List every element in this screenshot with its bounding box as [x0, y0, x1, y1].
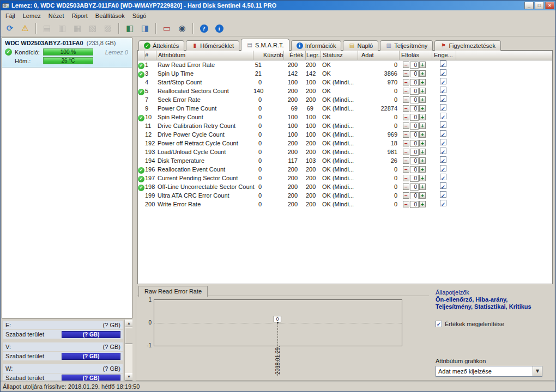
enabled-checkbox[interactable]: ✓: [440, 130, 446, 137]
chevron-down-icon[interactable]: ▼: [533, 366, 542, 376]
header-status[interactable]: Státusz: [321, 51, 358, 60]
menu-nezet[interactable]: Nézet: [45, 11, 68, 20]
offset-decrease-button[interactable]: −: [403, 183, 409, 190]
offset-increase-button[interactable]: +: [419, 114, 426, 120]
enabled-checkbox[interactable]: ✓: [440, 121, 446, 128]
offset-increase-button[interactable]: +: [419, 96, 426, 103]
tab-temperature[interactable]: ▮Hőmérséklet: [186, 40, 239, 51]
table-row[interactable]: ✓ 3 Spin Up Time 21 142 142 OK 3866 − 0 …: [138, 69, 552, 78]
table-row[interactable]: ✓ 10 Spin Retry Count 0 100 100 OK 0 − 0…: [138, 113, 552, 121]
help-icon[interactable]: ?: [197, 22, 211, 35]
header-enabled[interactable]: Enge...: [432, 51, 456, 60]
enabled-checkbox[interactable]: ✓: [440, 69, 446, 76]
offset-increase-button[interactable]: +: [419, 149, 426, 155]
offset-increase-button[interactable]: +: [419, 166, 426, 173]
enabled-checkbox[interactable]: ✓: [440, 174, 446, 180]
table-row[interactable]: ✓ 11 Drive Calibration Retry Count 0 100…: [138, 121, 552, 130]
menu-fajl[interactable]: Fájl: [2, 11, 19, 20]
menu-lemez[interactable]: Lemez: [19, 11, 45, 20]
table-row[interactable]: ✓ 199 Ultra ATA CRC Error Count 0 200 20…: [138, 191, 552, 200]
performance-monitor-icon[interactable]: ▭: [160, 22, 174, 35]
table-row[interactable]: ✓ 5 Reallocated Sectors Count 140 200 20…: [138, 87, 552, 95]
scrollbar-thumb[interactable]: [125, 328, 132, 344]
title-bar[interactable]: Lemez: 0, WDC WD2503ABYZ-011FA0 [WD-WMAY…: [1, 1, 555, 10]
offset-increase-button[interactable]: +: [419, 62, 426, 68]
offset-decrease-button[interactable]: −: [403, 166, 409, 173]
offset-decrease-button[interactable]: −: [403, 114, 409, 120]
header-id[interactable]: #: [144, 51, 156, 60]
header-data[interactable]: Adat: [358, 51, 400, 60]
table-row[interactable]: ✓ 200 Write Error Rate 0 200 200 OK (Min…: [138, 200, 552, 209]
tab-overview[interactable]: ✓Áttekintés: [138, 40, 184, 51]
offset-decrease-button[interactable]: −: [403, 201, 409, 207]
offset-increase-button[interactable]: +: [419, 201, 426, 207]
offset-increase-button[interactable]: +: [419, 157, 426, 164]
offset-decrease-button[interactable]: −: [403, 79, 409, 85]
table-row[interactable]: ✓ 192 Power off Retract Cycle Count 0 20…: [138, 139, 552, 148]
show-values-row[interactable]: ✓ Értékek megjelenítése: [436, 321, 551, 327]
offset-decrease-button[interactable]: −: [403, 149, 409, 155]
graph-mode-dropdown[interactable]: Adat mező kijelzése ▼: [436, 366, 542, 377]
tab-performance[interactable]: ▥Teljesítmény: [380, 40, 433, 51]
menu-riport[interactable]: Riport: [68, 11, 92, 20]
enabled-checkbox[interactable]: ✓: [440, 60, 446, 67]
volume-scrollbar[interactable]: ▲ ▼: [124, 320, 132, 381]
header-attribute[interactable]: Attribútum: [156, 51, 253, 60]
enabled-checkbox[interactable]: ✓: [440, 113, 446, 119]
header-threshold[interactable]: Küszöb: [253, 51, 284, 60]
tab-information[interactable]: iInformációk: [291, 40, 342, 51]
offset-increase-button[interactable]: +: [419, 79, 426, 85]
close-button[interactable]: ×: [545, 2, 554, 9]
enabled-checkbox[interactable]: ✓: [440, 87, 446, 93]
tab-smart[interactable]: ▤S.M.A.R.T.: [241, 39, 289, 51]
scroll-up-button[interactable]: ▲: [125, 320, 132, 327]
enabled-checkbox[interactable]: ✓: [440, 165, 446, 171]
table-row[interactable]: ✓ 4 Start/Stop Count 0 100 100 OK (Mindi…: [138, 78, 552, 87]
offset-increase-button[interactable]: +: [419, 70, 426, 77]
offset-decrease-button[interactable]: −: [403, 122, 409, 129]
online-status-icon[interactable]: ◉: [175, 22, 189, 35]
enabled-checkbox[interactable]: ✓: [440, 191, 446, 198]
volume-item[interactable]: V: (? GB) Szabad terület (? GB): [3, 342, 123, 360]
offset-decrease-button[interactable]: −: [403, 62, 409, 68]
tab-alerts[interactable]: ⚑Figyelmeztetések: [434, 40, 501, 51]
volume-item[interactable]: E: (? GB) Szabad terület (? GB): [3, 321, 123, 339]
offset-decrease-button[interactable]: −: [403, 70, 409, 77]
disk-list-panel[interactable]: WDC WD2503ABYZ-011FA0 (233,8 GB) ✓ Kondí…: [2, 38, 132, 318]
table-row[interactable]: ✓ 1 Raw Read Error Rate 51 200 200 OK 0 …: [138, 60, 552, 69]
offset-increase-button[interactable]: +: [419, 131, 426, 138]
header-offset[interactable]: Eltolás: [400, 51, 432, 60]
offset-increase-button[interactable]: +: [419, 105, 426, 112]
offset-decrease-button[interactable]: −: [403, 96, 409, 103]
enabled-checkbox[interactable]: ✓: [440, 104, 446, 111]
enabled-checkbox[interactable]: ✓: [440, 148, 446, 154]
header-worst[interactable]: Legr...: [306, 51, 321, 60]
offset-decrease-button[interactable]: −: [403, 192, 409, 199]
table-row[interactable]: ✓ 194 Disk Temperature 0 117 103 OK (Min…: [138, 156, 552, 165]
disk-details-icon[interactable]: ◨: [138, 22, 152, 35]
minimize-button[interactable]: _: [524, 2, 534, 9]
maximize-button[interactable]: □: [535, 2, 544, 9]
offset-increase-button[interactable]: +: [419, 175, 426, 181]
offset-decrease-button[interactable]: −: [403, 157, 409, 164]
enabled-checkbox[interactable]: ✓: [440, 139, 446, 145]
enabled-checkbox[interactable]: ✓: [440, 156, 446, 163]
offset-decrease-button[interactable]: −: [403, 88, 409, 94]
offset-increase-button[interactable]: +: [419, 140, 426, 146]
refresh-icon[interactable]: ⟳: [3, 22, 17, 35]
offset-increase-button[interactable]: +: [419, 183, 426, 190]
offset-increase-button[interactable]: +: [419, 122, 426, 129]
table-row[interactable]: ✓ 196 Reallocation Event Count 0 200 200…: [138, 165, 552, 174]
tab-log[interactable]: ▤Napló: [343, 40, 378, 51]
table-row[interactable]: ✓ 9 Power On Time Count 0 69 69 OK (Mind…: [138, 104, 552, 113]
header-value[interactable]: Érték: [284, 51, 306, 60]
disk-surface-map-icon[interactable]: ◧: [123, 22, 137, 35]
chart-tab[interactable]: Raw Read Error Rate: [138, 286, 208, 297]
header-icon-stub[interactable]: [138, 51, 144, 60]
offset-decrease-button[interactable]: −: [403, 105, 409, 112]
problems-report-icon[interactable]: ⚠: [18, 22, 32, 35]
enabled-checkbox[interactable]: ✓: [440, 78, 446, 84]
offset-increase-button[interactable]: +: [419, 192, 426, 199]
scroll-down-button[interactable]: ▼: [125, 373, 132, 381]
offset-increase-button[interactable]: +: [419, 88, 426, 94]
